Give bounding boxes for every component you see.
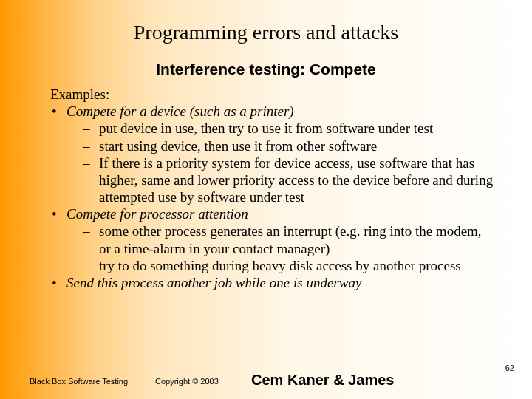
bullet-list: Compete for a device (such as a printer)… <box>50 103 495 291</box>
list-item: Send this process another job while one … <box>50 274 495 291</box>
footer-authors: Cem Kaner & James <box>251 372 394 389</box>
list-item: If there is a priority system for device… <box>66 154 495 206</box>
sub-list: put device in use, then try to use it fr… <box>66 120 495 205</box>
list-item: start using device, then use it from oth… <box>66 137 495 154</box>
page-number: 62 <box>505 364 514 372</box>
bullet-text: Compete for a device (such as a printer) <box>66 103 294 119</box>
bullet-text: Send this process another job while one … <box>66 275 361 290</box>
list-item: Compete for a device (such as a printer)… <box>50 103 495 205</box>
bullet-text: Compete for processor attention <box>66 206 248 222</box>
list-item: put device in use, then try to use it fr… <box>66 120 495 137</box>
footer: Black Box Software Testing Copyright © 2… <box>0 361 532 390</box>
footer-copyright: Copyright © 2003 <box>155 377 219 386</box>
slide-title: Programming errors and attacks <box>0 0 532 44</box>
list-item: some other process generates an interrup… <box>66 222 495 256</box>
slide-body: Examples: Compete for a device (such as … <box>50 86 495 291</box>
sub-list: some other process generates an interrup… <box>66 222 495 274</box>
list-item: Compete for processor attention some oth… <box>50 205 495 274</box>
footer-left: Black Box Software Testing <box>30 377 128 386</box>
list-item: try to do something during heavy disk ac… <box>66 257 495 274</box>
slide-subtitle: Interference testing: Compete <box>0 61 532 78</box>
examples-label: Examples: <box>50 86 495 103</box>
slide: Programming errors and attacks Interfere… <box>0 0 532 399</box>
